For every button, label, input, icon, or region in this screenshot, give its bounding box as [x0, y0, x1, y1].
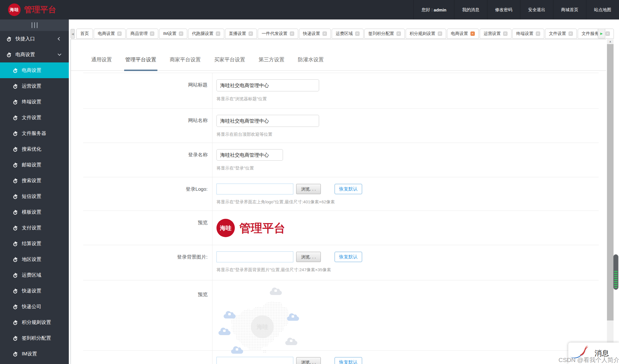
sidebar-item[interactable]: 运营设置 [0, 78, 69, 94]
open-tab[interactable]: 直播设置× [225, 29, 257, 39]
top-menu-item-logout[interactable]: 安全退出 [520, 0, 553, 19]
sidebar-item[interactable]: 终端设置 [0, 94, 69, 110]
settings-tab[interactable]: 管理平台设置 [125, 56, 156, 70]
open-tab[interactable]: 文件设置× [545, 29, 577, 39]
sidebar-item[interactable]: 电商设置 [0, 62, 69, 78]
open-tab[interactable]: 代跑腿设置× [188, 29, 224, 39]
sidebar-item[interactable]: 文件服务器 [0, 125, 69, 141]
login-background-file-input[interactable] [216, 251, 293, 262]
sidebar-item[interactable]: 代跑腿设置 [0, 362, 69, 364]
field-label: 登录名称 [83, 143, 212, 177]
sidebar-item[interactable]: 快递设置 [0, 283, 69, 299]
open-tab[interactable]: 电商设置× [94, 29, 126, 39]
sidebar-item[interactable]: 模板设置 [0, 204, 69, 220]
top-menu-item-mall-home[interactable]: 商城首页 [553, 0, 586, 19]
tab-close-icon[interactable]: × [569, 32, 573, 36]
restore-default-button[interactable]: 恢复默认 [335, 184, 362, 194]
content-panel: 通用设置管理平台设置商家平台设置买家平台设置第三方设置防灌水设置 网站标题 将显… [71, 39, 606, 364]
tab-label: 代跑腿设置 [192, 31, 214, 36]
sidebar-item[interactable]: 结算设置 [0, 236, 69, 251]
top-menu-item-change-password[interactable]: 修改密码 [487, 0, 520, 19]
tab-close-icon[interactable]: × [438, 32, 442, 36]
open-tab[interactable]: 积分规则设置× [406, 29, 446, 39]
login-logo-file-input[interactable] [216, 184, 293, 194]
page-scrollbar-thumb[interactable] [613, 254, 618, 290]
top-menu-item-sitemap[interactable]: 站点地图 [586, 0, 619, 19]
tab-close-icon[interactable]: × [249, 32, 253, 36]
restore-default-button[interactable]: 恢复默认 [335, 357, 362, 364]
open-tab[interactable]: IM设置× [159, 29, 187, 39]
menu-bullet-icon [13, 209, 18, 215]
sidebar-item[interactable]: 搜索设置 [0, 173, 69, 188]
cloud-icon [285, 341, 297, 345]
file-input[interactable] [216, 357, 293, 364]
sidebar-item[interactable]: 文件设置 [0, 110, 69, 125]
sidebar-item[interactable]: 积分规则设置 [0, 314, 69, 330]
scrollbar-thumb[interactable] [607, 44, 614, 320]
open-tab[interactable]: 文件服务器× [578, 29, 614, 39]
greeting: 您好 : admin [413, 0, 454, 19]
sidebar-toggle-icon[interactable] [0, 19, 69, 31]
sidebar-item[interactable]: 签到积分配置 [0, 330, 69, 346]
tab-close-icon[interactable]: × [323, 32, 327, 36]
tab-close-icon[interactable]: × [397, 32, 401, 36]
tab-close-icon[interactable]: × [503, 32, 507, 36]
login-background-preview: 海哇 [216, 287, 314, 355]
tab-close-icon[interactable]: × [470, 32, 475, 36]
settings-tab[interactable]: 商家平台设置 [170, 56, 201, 70]
top-menu-item-messages[interactable]: 我的消息 [454, 0, 487, 19]
site-title-input[interactable] [216, 79, 319, 91]
sidebar-item[interactable]: 地区设置 [0, 251, 69, 267]
settings-tab[interactable]: 第三方设置 [259, 56, 284, 70]
open-tab[interactable]: 运营设置× [480, 29, 511, 39]
login-name-input[interactable] [216, 149, 283, 161]
sidebar-item[interactable]: 支付设置 [0, 220, 69, 236]
sidebar-item-label: 邮箱设置 [22, 162, 41, 168]
site-name-input[interactable] [216, 115, 319, 127]
open-tab[interactable]: 电商设置× [447, 29, 479, 39]
tab-close-icon[interactable]: × [290, 32, 294, 36]
open-tab[interactable]: 快递设置× [299, 29, 331, 39]
sidebar-item[interactable]: 电商设置 [0, 47, 69, 62]
open-tab[interactable]: 一件代发设置× [258, 29, 298, 39]
open-tab[interactable]: 商品管理× [126, 29, 158, 39]
browse-button[interactable]: 浏览. . . [296, 252, 321, 262]
tab-close-icon[interactable]: × [179, 32, 183, 36]
tab-scroll-right-icon[interactable]: ► [598, 29, 605, 38]
tab-close-icon[interactable]: × [355, 32, 360, 36]
sidebar-item[interactable]: IM设置 [0, 346, 69, 362]
menu-bullet-icon [13, 99, 18, 105]
chevron-left-icon [58, 37, 61, 41]
sidebar-item-label: 地区设置 [22, 256, 41, 263]
sidebar-item[interactable]: 搜索优化 [0, 141, 69, 157]
sidebar-item[interactable]: 短信设置 [0, 188, 69, 204]
open-tab[interactable]: 签到积分配置× [364, 29, 405, 39]
sidebar-item-label: 支付设置 [22, 225, 41, 231]
top-menu: 您好 : admin 我的消息 修改密码 安全退出 商城首页 站点地图 [413, 0, 619, 19]
settings-tab[interactable]: 防灌水设置 [298, 56, 324, 70]
open-tab[interactable]: 运费区域× [332, 29, 364, 39]
open-tab[interactable]: 首页 [76, 29, 93, 39]
sidebar-item-label: 搜索优化 [22, 146, 41, 152]
tab-label: IM设置 [163, 31, 177, 36]
settings-tab[interactable]: 买家平台设置 [214, 56, 245, 70]
sidebar-item[interactable]: 邮箱设置 [0, 157, 69, 173]
tab-close-icon[interactable]: × [150, 32, 154, 36]
sidebar-item[interactable]: 快捷入口 [0, 31, 69, 47]
settings-tab[interactable]: 通用设置 [91, 56, 112, 70]
scroll-up-icon[interactable]: ▲ [607, 40, 614, 43]
open-tab[interactable]: 终端设置× [512, 29, 544, 39]
tab-close-icon[interactable]: × [536, 32, 540, 36]
form-row-login-background: 登录背景图片: 浏览. . . 恢复默认 将显示在"登录界面背景图片"位置,最佳… [83, 245, 599, 280]
field-label: 网站名称 [83, 109, 212, 143]
sidebar-item[interactable]: 运费区域 [0, 267, 69, 283]
restore-default-button[interactable]: 恢复默认 [335, 252, 362, 262]
browse-button[interactable]: 浏览. . . [296, 184, 321, 194]
browse-button[interactable]: 浏览. . . [296, 357, 321, 364]
tab-close-icon[interactable]: × [117, 32, 122, 36]
tab-close-icon[interactable]: × [606, 32, 610, 36]
tab-scroll-left-icon[interactable]: ◄ [71, 29, 75, 39]
tab-close-icon[interactable]: × [216, 32, 220, 36]
field-label: 登录背景图片: [83, 245, 212, 280]
sidebar-item[interactable]: 快递公司 [0, 299, 69, 314]
